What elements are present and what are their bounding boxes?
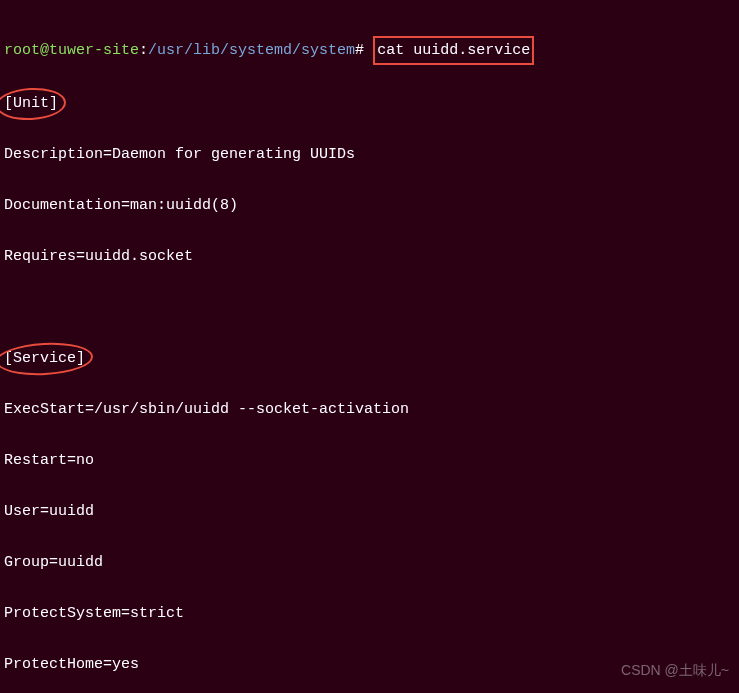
prompt-user: root@tuwer-site: [4, 42, 139, 59]
terminal-output[interactable]: root@tuwer-site:/usr/lib/systemd/system#…: [4, 10, 735, 693]
prompt-path: /usr/lib/systemd/system: [148, 42, 355, 59]
prompt-colon: :: [139, 42, 148, 59]
unit-line-description: Description=Daemon for generating UUIDs: [4, 142, 735, 168]
service-line-user: User=uuidd: [4, 499, 735, 525]
section-unit-header: [Unit]: [4, 91, 735, 117]
prompt-hash: #: [355, 42, 364, 59]
blank-line: [4, 295, 735, 321]
service-line-group: Group=uuidd: [4, 550, 735, 576]
service-line-protectsystem: ProtectSystem=strict: [4, 601, 735, 627]
unit-line-documentation: Documentation=man:uuidd(8): [4, 193, 735, 219]
service-line-restart: Restart=no: [4, 448, 735, 474]
section-service-header: [Service]: [4, 346, 735, 372]
service-circle-highlight: [Service]: [4, 346, 85, 372]
unit-line-requires: Requires=uuidd.socket: [4, 244, 735, 270]
unit-circle-highlight: [Unit]: [4, 91, 58, 117]
command-line-1: root@tuwer-site:/usr/lib/systemd/system#…: [4, 36, 735, 66]
command-text: cat uuidd.service: [377, 42, 530, 59]
watermark: CSDN @土味儿~: [621, 659, 729, 683]
service-line-execstart: ExecStart=/usr/sbin/uuidd --socket-activ…: [4, 397, 735, 423]
command-box-highlight: cat uuidd.service: [373, 36, 534, 66]
